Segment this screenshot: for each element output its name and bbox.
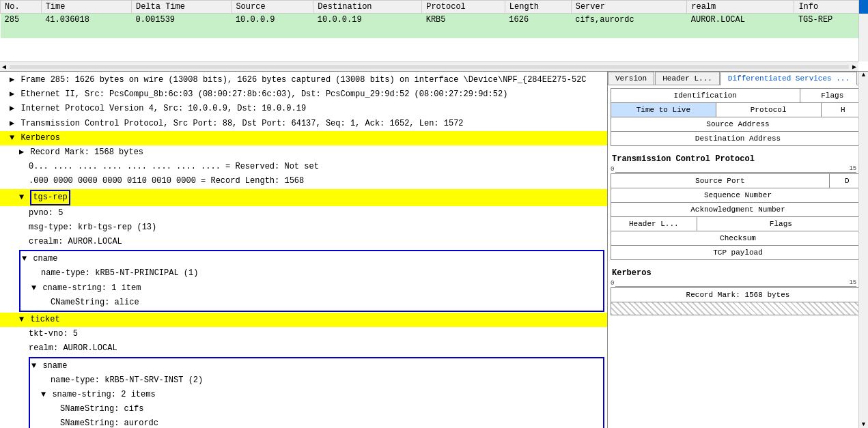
tree-recordmark-line[interactable]: ▶ Record Mark: 1568 bytes bbox=[0, 145, 607, 160]
tree-frame-line[interactable]: ▶ Frame 285: 1626 bytes on wire (13008 b… bbox=[0, 73, 607, 87]
tree-reserved-text: 0... .... .... .... .... .... .... .... … bbox=[29, 162, 319, 171]
cell-realm: AUROR.LOCAL bbox=[687, 14, 794, 27]
tree-sname-aurordc-line[interactable]: SNameString: aurordc bbox=[31, 416, 602, 428]
tree-kerberos-line[interactable]: ▼ Kerberos bbox=[0, 131, 607, 145]
tree-ethernet-line[interactable]: ▶ Ethernet II, Src: PcsCompu_8b:6c:03 (0… bbox=[0, 87, 607, 102]
tree-cnamestring-text: cname-string: 1 item bbox=[42, 283, 141, 293]
tree-recordlength-line[interactable]: .000 0000 0000 0000 0110 0010 0000 = Rec… bbox=[0, 174, 607, 188]
tcp-row-6: TCP payload bbox=[611, 245, 865, 260]
tree-crealm-text: crealm: AUROR.LOCAL bbox=[29, 237, 122, 246]
tree-sname-cifs-text: SNameString: cifs bbox=[60, 404, 143, 414]
protocol-cell: Protocol bbox=[716, 102, 822, 117]
expand-icon[interactable]: ▶ bbox=[10, 119, 14, 128]
dest-addr-cell: Destination Address bbox=[611, 131, 865, 146]
tab-header-length[interactable]: Header L... bbox=[655, 72, 720, 85]
tab-version[interactable]: Version bbox=[608, 72, 654, 85]
ip-row-2: Time to Live Protocol H bbox=[611, 102, 865, 117]
empty-row bbox=[1, 26, 868, 38]
tree-reserved-line[interactable]: 0... .... .... .... .... .... .... .... … bbox=[0, 160, 607, 174]
col-protocol: Protocol bbox=[422, 1, 505, 14]
table-header-row: No. Time Delta Time Source Destination P… bbox=[1, 1, 868, 14]
tree-nametype-line[interactable]: name-type: kRB5-NT-PRINCIPAL (1) bbox=[22, 266, 602, 281]
kerberos-section-header: Kerberos bbox=[611, 266, 865, 279]
flags-tcp-cell: Flags bbox=[697, 216, 865, 231]
tree-ticket-line[interactable]: ▼ ticket bbox=[0, 313, 607, 327]
tree-tcp-line[interactable]: ▶ Transmission Control Protocol, Src Por… bbox=[0, 117, 607, 131]
expand-icon-tgsrep[interactable]: ▼ bbox=[19, 192, 24, 202]
tree-sname-nametype-line[interactable]: name-type: kRB5-NT-SRV-INST (2) bbox=[31, 373, 602, 388]
tree-nametype-text: name-type: kRB5-NT-PRINCIPAL (1) bbox=[41, 268, 198, 278]
tree-realm-line[interactable]: realm: AUROR.LOCAL bbox=[0, 341, 607, 356]
checksum-cell: Checksum bbox=[611, 231, 865, 246]
packet-list: No. Time Delta Time Source Destination P… bbox=[0, 0, 868, 72]
tree-sname-cifs-line[interactable]: SNameString: cifs bbox=[31, 402, 602, 416]
scroll-right-arrow[interactable]: ▶ bbox=[850, 63, 858, 71]
diagram-scroll-up[interactable]: ▲ bbox=[859, 72, 868, 79]
expand-icon[interactable]: ▶ bbox=[10, 104, 14, 113]
tcp-payload-cell: TCP payload bbox=[611, 245, 865, 260]
tree-content: ▶ Frame 285: 1626 bytes on wire (13008 b… bbox=[0, 72, 607, 428]
identification-cell: Identification bbox=[611, 88, 800, 103]
expand-icon-cname-string[interactable]: ▼ bbox=[31, 283, 36, 293]
tree-sname-line[interactable]: ▼ sname bbox=[31, 359, 602, 373]
expand-icon[interactable]: ▶ bbox=[19, 147, 24, 157]
cell-length: 1626 bbox=[505, 14, 571, 27]
expand-icon-sname-string[interactable]: ▼ bbox=[41, 390, 46, 399]
tree-ethernet-text: Ethernet II, Src: PcsCompu_8b:6c:03 (08:… bbox=[20, 89, 507, 99]
tree-frame-text: Frame 285: 1626 bytes on wire (13008 bit… bbox=[20, 75, 586, 85]
tree-recordmark-text: Record Mark: 1568 bytes bbox=[30, 147, 143, 157]
tgsrep-label: tgs-rep bbox=[30, 190, 70, 205]
tcp-diagram: Transmission Control Protocol 0 15 16 So… bbox=[611, 152, 865, 260]
tree-realm-text: realm: AUROR.LOCAL bbox=[29, 343, 117, 353]
expand-icon[interactable]: ▶ bbox=[10, 75, 14, 85]
source-port-cell: Source Port bbox=[611, 173, 830, 188]
cell-time: 41.036018 bbox=[41, 14, 131, 27]
expand-icon[interactable]: ▶ bbox=[10, 89, 14, 99]
ruler-mid: 15 bbox=[849, 165, 856, 172]
tree-sname-text: sname bbox=[42, 361, 67, 371]
tree-ticket-text: ticket bbox=[30, 315, 59, 324]
tcp-row-5: Checksum bbox=[611, 231, 865, 246]
tree-ip-line[interactable]: ▶ Internet Protocol Version 4, Src: 10.0… bbox=[0, 102, 607, 116]
ip-row-1: Identification Flags bbox=[611, 88, 865, 103]
tcp-row-1: Source Port D bbox=[611, 173, 865, 188]
tcp-section-header: Transmission Control Protocol bbox=[611, 152, 865, 165]
hatch-cell bbox=[611, 302, 865, 315]
col-no: No. bbox=[1, 1, 42, 14]
tcp-row-3: Acknowledgment Number bbox=[611, 202, 865, 217]
tree-snamestring-text: sname-string: 2 items bbox=[52, 390, 155, 399]
tree-tktvno-line[interactable]: tkt-vno: 5 bbox=[0, 327, 607, 341]
vertical-scrollbar[interactable] bbox=[858, 0, 868, 61]
scroll-left-arrow[interactable]: ◀ bbox=[0, 63, 8, 71]
expand-icon-cname[interactable]: ▼ bbox=[22, 254, 27, 263]
ruler-start: 0 bbox=[611, 166, 614, 173]
col-dest: Destination bbox=[313, 1, 422, 14]
tree-pvno-line[interactable]: pvno: 5 bbox=[0, 206, 607, 220]
tree-tktvno-text: tkt-vno: 5 bbox=[29, 329, 78, 339]
tree-alice-line[interactable]: CNameString: alice bbox=[22, 296, 602, 310]
record-mark-cell: Record Mark: 1568 bytes bbox=[611, 287, 865, 302]
tree-crealm-line[interactable]: crealm: AUROR.LOCAL bbox=[0, 235, 607, 249]
tree-cname-text: cname bbox=[33, 254, 57, 263]
tree-cnamestring-line[interactable]: ▼ cname-string: 1 item bbox=[22, 281, 602, 296]
tree-alice-text: CNameString: alice bbox=[51, 298, 139, 307]
flags-cell: Flags bbox=[800, 88, 866, 103]
tree-msgtype-line[interactable]: msg-type: krb-tgs-rep (13) bbox=[0, 220, 607, 235]
diagram-scroll-down[interactable]: ▼ bbox=[859, 421, 868, 428]
tab-diff-services[interactable]: Differentiated Services ... bbox=[720, 72, 857, 85]
table-row[interactable] bbox=[1, 26, 868, 38]
tree-msgtype-text: msg-type: krb-tgs-rep (13) bbox=[29, 223, 156, 232]
tree-cname-line[interactable]: ▼ cname bbox=[22, 252, 602, 266]
tree-snamestring-line[interactable]: ▼ sname-string: 2 items bbox=[31, 388, 602, 402]
table-row[interactable]: 285 41.036018 0.001539 10.0.0.9 10.0.0.1… bbox=[1, 14, 868, 27]
horizontal-scrollbar[interactable]: ◀ ▶ bbox=[0, 61, 858, 71]
kerberos-diagram: Kerberos 0 15 16 Record Mark: 1568 bytes bbox=[611, 266, 865, 315]
tree-tgsrep-line[interactable]: ▼ tgs-rep bbox=[0, 189, 607, 206]
main-container: No. Time Delta Time Source Destination P… bbox=[0, 0, 868, 428]
cell-info: TGS-REP bbox=[794, 14, 868, 27]
expand-icon-kerberos[interactable]: ▼ bbox=[10, 133, 14, 143]
tree-sname-nametype-text: name-type: kRB5-NT-SRV-INST (2) bbox=[51, 375, 203, 385]
diagram-scrollbar[interactable]: ▲ ▼ bbox=[858, 72, 868, 428]
expand-icon-ticket[interactable]: ▼ bbox=[19, 315, 24, 324]
expand-icon-sname[interactable]: ▼ bbox=[31, 361, 36, 371]
